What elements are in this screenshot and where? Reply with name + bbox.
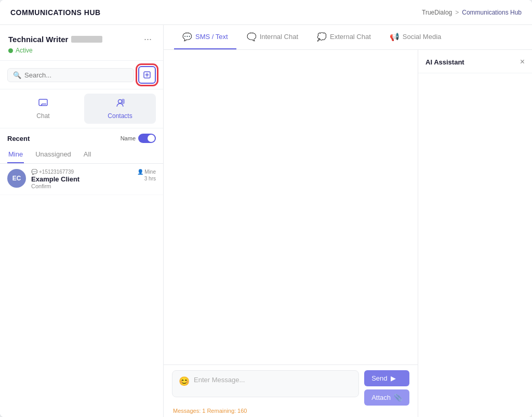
app-title: COMMUNICATIONS HUB xyxy=(10,8,101,17)
internal-chat-tab-icon: 🗨️ xyxy=(247,32,257,42)
tab-bar: 💬 SMS / Text 🗨️ Internal Chat 💭 External… xyxy=(164,25,532,50)
main-body: Technical Writer ··· Active 🔍 xyxy=(0,25,532,417)
emoji-button[interactable]: 😊 xyxy=(179,376,190,387)
message-input-wrap: 😊 Enter Message... Send ▶ Attach xyxy=(172,370,409,406)
user-name-redacted xyxy=(71,36,102,43)
conv-info: 💬 +15123167739 Example Client Confirm xyxy=(31,169,132,189)
subtab-mine[interactable]: Mine xyxy=(7,146,24,163)
message-area xyxy=(164,50,418,364)
table-row[interactable]: EC 💬 +15123167739 Example Client Confirm… xyxy=(0,164,163,195)
subtab-all[interactable]: All xyxy=(83,146,92,163)
breadcrumb-separator: > xyxy=(455,9,459,16)
tab-external-chat[interactable]: 💭 External Chat xyxy=(309,25,379,49)
sub-tabs: Mine Unassigned All xyxy=(0,146,163,164)
toggle-thumb xyxy=(148,135,155,142)
status-label: Active xyxy=(16,47,33,54)
social-media-tab-icon: 📢 xyxy=(390,32,400,42)
input-area: 😊 Enter Message... Send ▶ Attach xyxy=(164,364,418,417)
contacts-icon xyxy=(115,98,125,111)
breadcrumb-root: TrueDialog xyxy=(422,9,452,16)
breadcrumb: TrueDialog > Communications Hub xyxy=(422,9,522,16)
person-icon: 👤 xyxy=(137,169,143,175)
conv-assign: 👤 Mine xyxy=(137,169,156,175)
attach-label: Attach xyxy=(371,394,391,401)
svg-point-2 xyxy=(118,100,122,103)
chat-main: 😊 Enter Message... Send ▶ Attach xyxy=(164,50,418,417)
search-input-wrap: 🔍 xyxy=(7,68,134,82)
user-row: Technical Writer ··· xyxy=(8,33,155,45)
tab-sms[interactable]: 💬 SMS / Text xyxy=(174,25,236,49)
breadcrumb-current: Communications Hub xyxy=(462,9,522,16)
toggle-label: Name xyxy=(121,135,136,141)
conv-time: 3 hrs xyxy=(137,176,156,181)
chat-and-ai: 😊 Enter Message... Send ▶ Attach xyxy=(164,50,532,417)
top-bar: COMMUNICATIONS HUB TrueDialog > Communic… xyxy=(0,0,532,25)
sidebar-nav-chat[interactable]: Chat xyxy=(7,94,79,124)
send-icon: ▶ xyxy=(391,374,396,382)
conversation-list: EC 💬 +15123167739 Example Client Confirm… xyxy=(0,164,163,417)
sidebar-nav-contacts[interactable]: Contacts xyxy=(84,94,156,124)
internal-chat-tab-label: Internal Chat xyxy=(260,33,298,41)
send-button[interactable]: Send ▶ xyxy=(364,370,409,386)
svg-rect-1 xyxy=(39,99,47,106)
recent-header: Recent Name xyxy=(0,128,163,146)
send-label: Send xyxy=(371,374,387,382)
ai-panel: AI Assistant × xyxy=(418,50,532,417)
ai-close-button[interactable]: × xyxy=(520,57,525,67)
chat-icon xyxy=(38,98,48,111)
conv-meta: 👤 Mine 3 hrs xyxy=(137,169,156,181)
toggle-wrap: Name xyxy=(121,134,156,143)
social-media-tab-label: Social Media xyxy=(403,33,441,41)
search-icon: 🔍 xyxy=(13,71,21,79)
conv-preview: Confirm xyxy=(31,183,132,189)
sidebar-header: Technical Writer ··· Active xyxy=(0,25,163,61)
ai-title: AI Assistant xyxy=(425,58,464,66)
recent-title: Recent xyxy=(7,135,30,142)
tab-internal-chat[interactable]: 🗨️ Internal Chat xyxy=(238,25,307,49)
char-count: Messages: 1 Remaining: 160 xyxy=(172,408,409,414)
search-input[interactable] xyxy=(24,71,128,79)
subtab-unassigned[interactable]: Unassigned xyxy=(34,146,72,163)
message-box: 😊 Enter Message... xyxy=(172,370,359,397)
compose-button[interactable] xyxy=(138,66,156,84)
attach-button[interactable]: Attach 📎 xyxy=(364,389,409,406)
ai-panel-header: AI Assistant × xyxy=(418,50,532,73)
content-area: 💬 SMS / Text 🗨️ Internal Chat 💭 External… xyxy=(164,25,532,417)
contacts-nav-label: Contacts xyxy=(108,112,132,120)
name-toggle[interactable] xyxy=(138,134,156,143)
sms-icon: 💬 xyxy=(31,169,37,175)
conv-phone: 💬 +15123167739 xyxy=(31,169,132,175)
sidebar-nav: Chat Contacts xyxy=(0,89,163,128)
tab-social-media[interactable]: 📢 Social Media xyxy=(381,25,449,49)
send-attach-wrap: Send ▶ Attach 📎 xyxy=(364,370,409,406)
sms-tab-icon: 💬 xyxy=(182,32,192,42)
external-chat-tab-icon: 💭 xyxy=(317,32,327,42)
more-options-button[interactable]: ··· xyxy=(141,33,155,45)
search-row: 🔍 xyxy=(0,61,163,89)
attach-icon: 📎 xyxy=(394,394,402,401)
chat-nav-label: Chat xyxy=(36,112,49,120)
status-row: Active xyxy=(8,47,155,54)
conv-name: Example Client xyxy=(31,175,132,183)
status-dot xyxy=(8,48,13,53)
external-chat-tab-label: External Chat xyxy=(330,33,371,41)
avatar: EC xyxy=(7,169,26,188)
sidebar: Technical Writer ··· Active 🔍 xyxy=(0,25,164,417)
sms-tab-label: SMS / Text xyxy=(195,33,228,41)
message-placeholder: Enter Message... xyxy=(194,376,352,384)
user-name: Technical Writer xyxy=(8,35,102,44)
